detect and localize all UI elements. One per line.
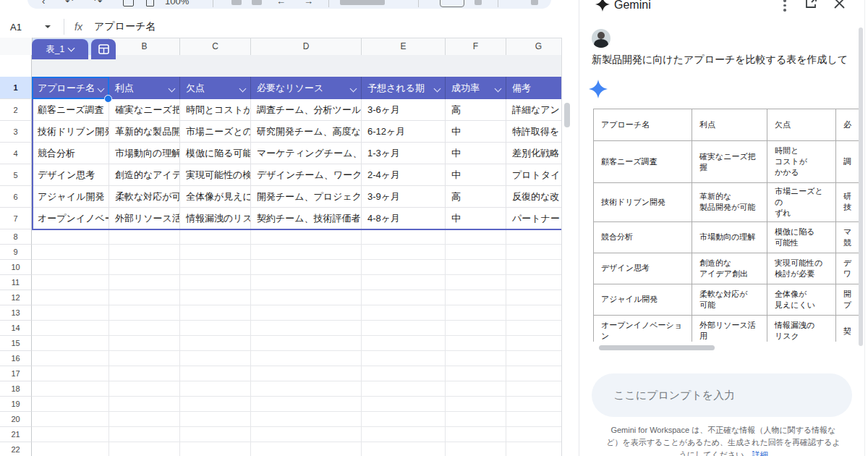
back-icon[interactable]: ‹ bbox=[42, 0, 45, 7]
empty-row-18[interactable] bbox=[32, 381, 561, 397]
cell-F5[interactable]: 中 bbox=[446, 164, 506, 186]
font-select[interactable] bbox=[340, 0, 385, 5]
row-header-9[interactable]: 9 bbox=[0, 245, 32, 260]
more-formats-icon[interactable] bbox=[531, 0, 538, 5]
empty-row-14[interactable] bbox=[32, 321, 561, 336]
cell-F4[interactable]: 中 bbox=[446, 143, 506, 164]
row-header-1[interactable]: 1 bbox=[0, 77, 32, 99]
sheet-scrollbar-track[interactable] bbox=[561, 38, 572, 456]
cell-C1[interactable]: 欠点 bbox=[180, 77, 251, 99]
empty-row-19[interactable] bbox=[32, 397, 561, 412]
response-table-hscrollbar-thumb[interactable] bbox=[599, 345, 715, 350]
row-header-4[interactable]: 4 bbox=[0, 143, 32, 164]
empty-row-16[interactable] bbox=[32, 351, 561, 366]
cell-F3[interactable]: 中 bbox=[446, 121, 506, 143]
cell-E1[interactable]: 予想される期 bbox=[362, 77, 446, 99]
cell-C3[interactable]: 市場ニーズとの bbox=[180, 121, 251, 143]
row-header-20[interactable]: 20 bbox=[0, 412, 32, 427]
zoom-select[interactable]: 100% bbox=[165, 0, 189, 7]
empty-row-10[interactable] bbox=[32, 260, 561, 275]
prompt-input[interactable]: ここにプロンプトを入力 bbox=[592, 373, 852, 417]
column-header-G[interactable]: G bbox=[506, 38, 561, 55]
cell-D5[interactable]: デザインチーム、ワーク bbox=[251, 164, 362, 186]
cell-G1[interactable]: 備考 bbox=[506, 77, 561, 99]
row-header-12[interactable]: 12 bbox=[0, 290, 32, 305]
empty-row-15[interactable] bbox=[32, 336, 561, 351]
cell-B1[interactable]: 利点 bbox=[109, 77, 180, 99]
cell-F2[interactable]: 高 bbox=[446, 99, 506, 121]
cell-G7[interactable]: パートナー bbox=[506, 208, 561, 229]
cell-F7[interactable]: 中 bbox=[446, 208, 506, 229]
row-header-11[interactable]: 11 bbox=[0, 275, 32, 290]
column-header-D[interactable]: D bbox=[251, 38, 362, 55]
cell-A5[interactable]: デザイン思考 bbox=[32, 164, 109, 186]
more-options-icon[interactable] bbox=[783, 0, 786, 14]
row-header-7[interactable]: 7 bbox=[0, 208, 32, 229]
empty-row-8[interactable] bbox=[32, 229, 561, 245]
empty-row-21[interactable] bbox=[32, 427, 561, 442]
row-header-22[interactable]: 22 bbox=[0, 442, 32, 456]
cell-C6[interactable]: 全体像が見えに bbox=[180, 186, 251, 208]
learn-more-link[interactable]: 詳細 bbox=[752, 450, 768, 456]
column-header-F[interactable]: F bbox=[446, 38, 506, 55]
cell-G5[interactable]: プロトタイ bbox=[506, 164, 561, 186]
cell-A7[interactable]: オープンイノベー bbox=[32, 208, 109, 229]
empty-row-12[interactable] bbox=[32, 290, 561, 305]
cell-G3[interactable]: 特許取得を bbox=[506, 121, 561, 143]
cell-E6[interactable]: 3-9ヶ月 bbox=[362, 186, 446, 208]
row-header-2[interactable]: 2 bbox=[0, 99, 32, 121]
name-box-dropdown-icon[interactable] bbox=[45, 25, 51, 28]
cell-G4[interactable]: 差別化戦略 bbox=[506, 143, 561, 164]
row-header-21[interactable]: 21 bbox=[0, 427, 32, 442]
column-header-E[interactable]: E bbox=[362, 38, 446, 55]
empty-row-17[interactable] bbox=[32, 366, 561, 381]
cell-A4[interactable]: 競合分析 bbox=[32, 143, 109, 164]
row-header-15[interactable]: 15 bbox=[0, 336, 32, 351]
column-header-B[interactable]: B bbox=[109, 38, 180, 55]
cell-F1[interactable]: 成功率 bbox=[446, 77, 506, 99]
panel-scrollbar-thumb[interactable] bbox=[859, 28, 863, 346]
empty-row-11[interactable] bbox=[32, 275, 561, 290]
percent-format-icon[interactable] bbox=[252, 0, 262, 5]
cell-B2[interactable]: 確実なニーズ把 bbox=[109, 99, 180, 121]
row-header-17[interactable]: 17 bbox=[0, 366, 32, 381]
select-all-corner[interactable] bbox=[0, 38, 33, 54]
fill-handle[interactable] bbox=[104, 95, 112, 103]
row-header-10[interactable]: 10 bbox=[0, 260, 32, 275]
close-icon[interactable] bbox=[834, 0, 845, 9]
table-name-chip[interactable]: 表_1 bbox=[32, 39, 88, 59]
cell-C7[interactable]: 情報漏洩のリス bbox=[180, 208, 251, 229]
cell-E7[interactable]: 4-8ヶ月 bbox=[362, 208, 446, 229]
empty-row-22[interactable] bbox=[32, 442, 561, 456]
cell-E3[interactable]: 6-12ヶ月 bbox=[362, 121, 446, 143]
row-header-5[interactable]: 5 bbox=[0, 164, 32, 186]
cell-D6[interactable]: 開発チーム、プロジェク bbox=[251, 186, 362, 208]
cell-B6[interactable]: 柔軟な対応が可 bbox=[109, 186, 180, 208]
row-header-3[interactable]: 3 bbox=[0, 121, 32, 143]
increase-decimal-icon[interactable]: → bbox=[304, 0, 313, 7]
row-header-18[interactable]: 18 bbox=[0, 381, 32, 397]
name-box[interactable]: A1 bbox=[10, 22, 45, 33]
row-header-6[interactable]: 6 bbox=[0, 186, 32, 208]
paint-format-icon[interactable] bbox=[146, 0, 154, 7]
column-header-C[interactable]: C bbox=[180, 38, 251, 55]
decrease-decimal-icon[interactable]: ← bbox=[276, 0, 286, 7]
cell-C5[interactable]: 実現可能性の検 bbox=[180, 164, 251, 186]
formula-bar-value[interactable]: アプローチ名 bbox=[94, 20, 156, 33]
row-header-19[interactable]: 19 bbox=[0, 397, 32, 412]
redo-icon[interactable]: ↷ bbox=[94, 0, 102, 7]
row-header-16[interactable]: 16 bbox=[0, 351, 32, 366]
cell-D3[interactable]: 研究開発チーム、高度な bbox=[251, 121, 362, 143]
spreadsheet-grid[interactable]: ABCDEFG 表_1 アプローチ名利点欠点必要なリソース予想される期成功率備考… bbox=[0, 38, 561, 456]
empty-row-9[interactable] bbox=[32, 245, 561, 260]
table-menu-chip[interactable] bbox=[91, 39, 116, 59]
row-header-13[interactable]: 13 bbox=[0, 305, 32, 321]
cell-D4[interactable]: マーケティングチーム、 bbox=[251, 143, 362, 164]
cell-G6[interactable]: 反復的な改 bbox=[506, 186, 561, 208]
cell-B5[interactable]: 創造的なアイデ bbox=[109, 164, 180, 186]
empty-row-13[interactable] bbox=[32, 305, 561, 321]
cell-D1[interactable]: 必要なリソース bbox=[251, 77, 362, 99]
cell-B7[interactable]: 外部リソース活 bbox=[109, 208, 180, 229]
font-size-field[interactable] bbox=[440, 0, 464, 7]
open-in-new-icon[interactable] bbox=[805, 0, 817, 9]
